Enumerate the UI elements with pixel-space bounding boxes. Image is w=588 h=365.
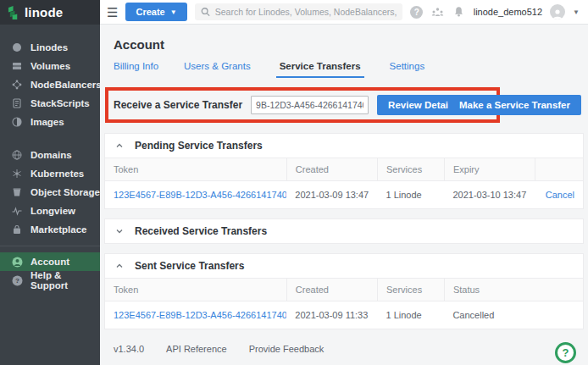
username[interactable]: linode_demo512 xyxy=(474,7,542,17)
sidebar-item-domains[interactable]: Domains xyxy=(0,146,100,164)
sent-section-header[interactable]: Sent Service Transfers xyxy=(105,254,583,278)
search-input[interactable] xyxy=(215,7,397,17)
receive-transfer-label: Receive a Service Transfer xyxy=(114,99,242,111)
services-cell: 1 Linode xyxy=(377,181,444,209)
volumes-icon xyxy=(11,60,23,72)
hamburger-menu-icon[interactable]: ☰ xyxy=(107,6,118,19)
kubernetes-icon xyxy=(11,168,23,180)
created-cell: 2021-03-09 13:47 xyxy=(286,181,377,209)
sidebar-item-account[interactable]: Account xyxy=(0,252,100,271)
column-header-services: Services xyxy=(377,279,444,301)
sidebar-item-label: NodeBalancers xyxy=(31,80,102,90)
expiry-cell: 2021-03-10 13:47 xyxy=(444,181,535,209)
help-icon[interactable]: ? xyxy=(410,5,424,19)
pending-transfers-table: Token Created Services Expiry 123E4567-E… xyxy=(105,158,583,208)
chevron-up-icon xyxy=(115,141,124,150)
sidebar-item-linodes[interactable]: Linodes xyxy=(0,38,100,57)
main-content: Account Billing Info Users & Grants Serv… xyxy=(100,25,588,365)
longview-icon xyxy=(11,205,23,217)
images-icon xyxy=(11,116,23,128)
sidebar-item-help-support[interactable]: ? Help & Support xyxy=(0,271,100,290)
created-cell: 2021-03-09 11:33 xyxy=(286,301,377,329)
sidebar-item-volumes[interactable]: Volumes xyxy=(0,57,100,75)
sidebar-item-longview[interactable]: Longview xyxy=(0,202,100,220)
avatar[interactable] xyxy=(550,4,565,19)
api-reference-link[interactable]: API Reference xyxy=(166,344,227,354)
stackscripts-icon xyxy=(11,97,23,109)
chevron-up-icon xyxy=(115,262,124,270)
user-menu-chevron-icon[interactable]: ▼ xyxy=(573,8,580,16)
provide-feedback-link[interactable]: Provide Feedback xyxy=(249,344,325,354)
status-cell: Cancelled xyxy=(444,301,583,329)
account-icon xyxy=(11,256,23,268)
sidebar-item-marketplace[interactable]: Marketplace xyxy=(0,220,100,239)
token-link[interactable]: 123E4567-E89B-12D3-A456-426614174000 xyxy=(114,190,286,200)
linode-icon xyxy=(11,41,23,53)
linode-logo-icon xyxy=(8,6,20,19)
pending-transfers-section: Pending Service Transfers Token Created … xyxy=(105,134,583,208)
cancel-link[interactable]: Cancel xyxy=(546,190,574,200)
column-header-status: Status xyxy=(444,279,583,301)
column-header-created: Created xyxy=(286,158,377,181)
domains-icon xyxy=(11,149,23,161)
annotation-highlight-box: Receive a Service Transfer Review Detail… xyxy=(105,87,500,123)
column-header-actions xyxy=(535,158,583,181)
pending-section-header[interactable]: Pending Service Transfers xyxy=(105,134,583,158)
table-header-row: Token Created Services Expiry xyxy=(105,158,583,181)
sidebar-item-label: Longview xyxy=(31,206,75,216)
chevron-down-icon xyxy=(115,227,124,235)
sidebar-item-images[interactable]: Images xyxy=(0,113,100,131)
sidebar-divider xyxy=(0,246,100,246)
token-link[interactable]: 123E4567-E89B-12D3-A456-426614174001 xyxy=(114,310,286,320)
section-title: Received Service Transfers xyxy=(135,225,267,237)
sent-transfers-table: Token Created Services Status 123E4567-E… xyxy=(105,278,583,329)
sidebar-item-label: Domains xyxy=(31,150,72,160)
top-bar: linode ☰ Create ▼ ? xyxy=(0,0,588,25)
sidebar-item-label: Images xyxy=(31,117,64,127)
services-cell: 1 Linode xyxy=(377,301,444,329)
column-header-expiry: Expiry xyxy=(444,158,535,181)
sidebar-item-nodebalancers[interactable]: NodeBalancers xyxy=(0,75,100,94)
version-label: v1.34.0 xyxy=(114,344,144,354)
create-button[interactable]: Create ▼ xyxy=(125,3,186,21)
marketplace-icon xyxy=(11,224,23,235)
table-header-row: Token Created Services Status xyxy=(105,279,583,301)
sidebar-item-kubernetes[interactable]: Kubernetes xyxy=(0,164,100,183)
tab-users-grants[interactable]: Users & Grants xyxy=(184,61,251,78)
help-bubble-button[interactable]: ? xyxy=(555,342,576,363)
logo[interactable]: linode xyxy=(0,0,100,25)
sidebar-item-object-storage[interactable]: Object Storage xyxy=(0,183,100,202)
received-transfers-section: Received Service Transfers xyxy=(105,219,583,243)
make-service-transfer-button[interactable]: Make a Service Transfer xyxy=(448,95,581,115)
sidebar-group-gap xyxy=(0,131,100,146)
sidebar-item-label: Help & Support xyxy=(31,270,100,290)
search-bar[interactable] xyxy=(195,3,402,20)
tab-billing-info[interactable]: Billing Info xyxy=(114,61,158,78)
column-header-token: Token xyxy=(105,279,286,301)
top-bar-right: ☰ Create ▼ ? xyxy=(100,0,588,25)
receive-token-input[interactable] xyxy=(251,96,369,114)
tab-service-transfers[interactable]: Service Transfers xyxy=(276,61,364,78)
question-mark-glyph: ? xyxy=(410,6,423,19)
sidebar-item-stackscripts[interactable]: StackScripts xyxy=(0,94,100,113)
sidebar-item-label: Account xyxy=(31,257,69,267)
footer: v1.34.0 API Reference Provide Feedback ? xyxy=(105,344,583,365)
logo-text: linode xyxy=(25,5,63,19)
table-row: 123E4567-E89B-12D3-A456-426614174001 202… xyxy=(105,301,583,329)
column-header-created: Created xyxy=(286,279,377,301)
received-section-header[interactable]: Received Service Transfers xyxy=(105,219,583,243)
table-row: 123E4567-E89B-12D3-A456-426614174000 202… xyxy=(105,181,583,209)
sidebar-item-label: Linodes xyxy=(31,42,68,53)
sent-transfers-section: Sent Service Transfers Token Created Ser… xyxy=(105,254,583,329)
tab-settings[interactable]: Settings xyxy=(390,61,425,78)
svg-text:?: ? xyxy=(15,277,19,285)
community-icon[interactable] xyxy=(431,5,445,19)
sidebar-item-label: Marketplace xyxy=(31,224,86,235)
object-storage-icon xyxy=(11,186,23,198)
sidebar: Linodes Volumes NodeBalancers StackScrip… xyxy=(0,25,100,365)
person-icon xyxy=(552,8,563,19)
transfer-action-row: Receive a Service Transfer Review Detail… xyxy=(105,87,583,123)
notifications-bell-icon[interactable] xyxy=(452,5,466,19)
sidebar-item-label: Kubernetes xyxy=(31,169,84,179)
sidebar-item-label: Volumes xyxy=(31,61,70,71)
